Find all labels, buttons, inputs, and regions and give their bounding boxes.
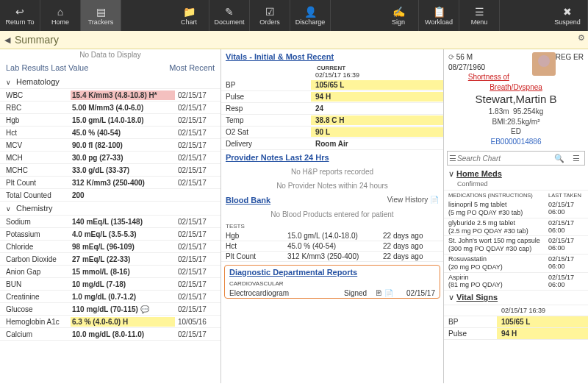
lab-row[interactable]: Glucose110 mg/dL (70-115) 💬02/15/17: [0, 303, 220, 316]
test-row[interactable]: Hct45.0 % (40-54)22 days ago: [221, 241, 443, 252]
chevron-down-icon: ∨: [448, 169, 454, 178]
chart-icon: 📁: [183, 6, 196, 18]
med-row[interactable]: lisinopril 5 mg tablet(5 mg PO QDAY #30 …: [444, 200, 588, 218]
toolbar-home[interactable]: ⌂Home: [40, 0, 81, 31]
lab-row[interactable]: MCHC33.0 g/dL (33-37)02/15/17: [0, 164, 220, 177]
patient-name[interactable]: Stewart,Martin B: [448, 92, 584, 107]
lab-row[interactable]: Anion Gap15 mmol/L (8-16)02/15/17: [0, 266, 220, 278]
lab-row[interactable]: Creatinine1.0 mg/dL (0.7-1.2)02/15/17: [0, 291, 220, 303]
patient-mrn[interactable]: EB0000014886: [448, 137, 584, 147]
toolbar-return-to[interactable]: ↩Return To: [0, 0, 40, 31]
med-row[interactable]: glyburide 2.5 mg tablet(2.5 mg PO QDAY #…: [444, 218, 588, 237]
search-icon[interactable]: 🔍: [551, 154, 567, 163]
bloodbank-header[interactable]: Blood Bank: [226, 196, 270, 205]
bloodbank-history[interactable]: View History 📄: [387, 196, 439, 205]
labs-title: Lab Results Last Value: [6, 63, 88, 72]
toolbar-sign[interactable]: ✍Sign: [379, 0, 419, 31]
home-meds-sec[interactable]: ∨ Home Meds Confirmed: [444, 167, 588, 191]
menu-icon: ☰: [475, 6, 484, 18]
vital-row[interactable]: Temp38.8 C H: [221, 115, 443, 127]
patient-dob: 08/27/1960: [448, 63, 485, 71]
refresh-icon[interactable]: ⟳: [448, 53, 454, 61]
diag-status: Signed: [344, 289, 375, 297]
vital-row[interactable]: BP105/65 L: [221, 79, 443, 91]
search-input[interactable]: [457, 154, 551, 163]
chief-complaint[interactable]: Shortness of Breath/Dyspnea: [448, 72, 584, 92]
comment-icon: 💬: [140, 305, 149, 313]
home-meds-title: Home Meds: [456, 169, 502, 178]
labs-sort[interactable]: Most Recent: [169, 63, 215, 72]
chevron-down-icon: ∨: [448, 293, 454, 302]
patient-dept: ED: [448, 127, 584, 137]
med-row[interactable]: Aspirin(81 mg PO QDAY)02/15/1706:00: [444, 273, 588, 291]
patient-bmi: BMI:28.5kg/m²: [448, 117, 584, 127]
vs-title: Vital Signs: [456, 293, 498, 302]
patient-loc: REG ER: [556, 52, 584, 63]
lab-row[interactable]: BUN10 mg/dL (7-18)02/15/17: [0, 278, 220, 291]
patient-age: 56 M: [456, 53, 473, 61]
lab-row[interactable]: Chloride98 mEq/L (96-109)02/15/17: [0, 241, 220, 253]
meds-hdr2: LAST TAKEN: [548, 192, 584, 199]
summary-label: Summary: [15, 34, 59, 46]
summary-bar: ◀ Summary ⚙: [0, 31, 588, 49]
gear-icon[interactable]: ⚙: [578, 33, 585, 43]
med-row[interactable]: Rosuvastatin(20 mg PO QDAY)02/15/1706:00: [444, 255, 588, 273]
labs-column: No Data to Display Lab Results Last Valu…: [0, 49, 221, 383]
provnotes-l1: No H&P reports recorded: [221, 165, 443, 179]
vs-row[interactable]: BP105/65 L: [444, 316, 588, 328]
document-icon: ✎: [225, 6, 234, 18]
lab-row[interactable]: Calcium10.0 mg/dL (8.0-11.0)02/15/17: [0, 328, 220, 341]
test-row[interactable]: Plt Count312 K/mm3 (250-400)22 days ago: [221, 252, 443, 262]
vital-row[interactable]: O2 Sat90 L: [221, 127, 443, 138]
patient-wt: 95.254kg: [513, 107, 543, 115]
toolbar-orders[interactable]: ☑Orders: [250, 0, 290, 31]
lab-row[interactable]: RBC5.00 M/mm3 (4.0-6.0)02/15/17: [0, 102, 220, 114]
lab-row[interactable]: Hct45.0 % (40-54)02/15/17: [0, 127, 220, 139]
chevron-down-icon: ∨: [6, 79, 11, 86]
vital-row[interactable]: Resp24: [221, 103, 443, 115]
vital-row[interactable]: DeliveryRoom Air: [221, 138, 443, 150]
test-row[interactable]: Hgb15.0 gm/L (14.0-18.0)22 days ago: [221, 231, 443, 241]
lab-row[interactable]: WBC15.4 K/mm3 (4.8-10.8) H*02/15/17: [0, 89, 220, 102]
toolbar-discharge[interactable]: 👤Discharge: [290, 0, 331, 31]
diag-date: 02/15/17: [397, 289, 435, 297]
diag-row[interactable]: Electrocardiogram Signed 🖹 📄 02/15/17: [225, 288, 440, 298]
return-to-icon: ↩: [15, 6, 24, 18]
diag-header[interactable]: Diagnostic Departmental Reports: [225, 266, 440, 279]
lab-row[interactable]: Hemoglobin A1c6.3 % (4.0-6.0) H10/05/16: [0, 316, 220, 328]
vitals-col-label: CURRENT: [315, 65, 439, 71]
filter-icon[interactable]: ☰: [567, 154, 584, 163]
orders-icon: ☑: [265, 6, 275, 18]
home-icon: ⌂: [57, 6, 63, 18]
diagnostic-reports-box: Diagnostic Departmental Reports CARDIOVA…: [224, 265, 440, 299]
lab-row[interactable]: Potassium4.0 mEq/L (3.5-5.3)02/15/17: [0, 228, 220, 241]
lab-row[interactable]: Total Counted200: [0, 189, 220, 202]
toolbar-document[interactable]: ✎Document: [209, 0, 250, 31]
toolbar-menu[interactable]: ☰Menu: [459, 0, 500, 31]
toolbar-suspend[interactable]: ✖Suspend: [548, 0, 588, 31]
lab-row[interactable]: Sodium140 mEq/L (135-148)02/15/17: [0, 216, 220, 228]
toolbar-chart[interactable]: 📁Chart: [169, 0, 209, 31]
lab-row[interactable]: MCH30.0 pg (27-33)02/15/17: [0, 152, 220, 164]
patient-photo[interactable]: [532, 52, 556, 76]
lab-row[interactable]: Carbon Dioxide27 mEq/L (22-33)02/15/17: [0, 253, 220, 266]
vs-row[interactable]: Pulse94 H: [444, 328, 588, 340]
toolbar-workload[interactable]: 📋Workload: [419, 0, 459, 31]
bloodbank-msg: No Blood Products entered for patient: [221, 207, 443, 221]
toolbar-trackers[interactable]: ▤Trackers: [81, 0, 121, 31]
vitals-header[interactable]: Vitals - Initial & Most Recent: [221, 49, 443, 64]
list-icon[interactable]: ☰: [448, 154, 457, 163]
vital-row[interactable]: Pulse94 H: [221, 91, 443, 103]
med-row[interactable]: St. John's wort 150 mg capsule(300 mg PO…: [444, 236, 588, 255]
lab-group[interactable]: ∨ Hematology: [0, 75, 220, 89]
lab-row[interactable]: Plt Count312 K/mm3 (250-400)02/15/17: [0, 177, 220, 189]
lab-row[interactable]: MCV90.0 fl (82-100)02/15/17: [0, 139, 220, 152]
discharge-icon: 👤: [304, 6, 317, 18]
document-icon[interactable]: 🖹 📄: [375, 289, 397, 297]
main-toolbar: ↩Return To⌂Home▤Trackers📁Chart✎Document☑…: [0, 0, 588, 31]
vital-signs-sec[interactable]: ∨ Vital Signs: [444, 291, 588, 305]
lab-row[interactable]: Hgb15.0 gm/L (14.0-18.0)02/15/17: [0, 114, 220, 127]
lab-group[interactable]: ∨ Chemistry: [0, 202, 220, 216]
collapse-icon[interactable]: ◀: [4, 35, 10, 45]
provnotes-header[interactable]: Provider Notes Last 24 Hrs: [221, 150, 443, 165]
